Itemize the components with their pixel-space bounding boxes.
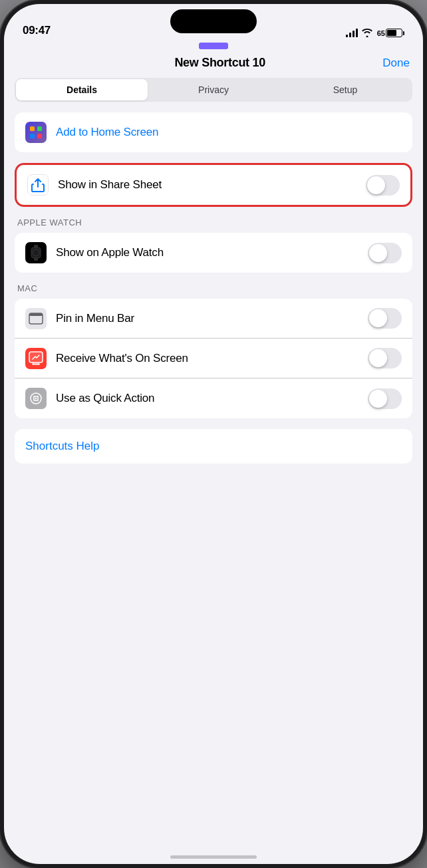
pin-menu-toggle[interactable] bbox=[368, 308, 402, 329]
page-title: New Shortcut 10 bbox=[174, 56, 265, 70]
add-home-section: Add to Home Screen bbox=[15, 112, 412, 152]
shortcuts-help-link[interactable]: Shortcuts Help bbox=[25, 440, 100, 452]
dynamic-island bbox=[170, 9, 257, 33]
share-sheet-row[interactable]: Show in Share Sheet bbox=[17, 165, 410, 205]
home-indicator bbox=[4, 841, 423, 864]
watch-icon bbox=[25, 242, 47, 263]
svg-rect-2 bbox=[30, 134, 35, 138]
receive-screen-label: Receive What's On Screen bbox=[56, 352, 368, 365]
done-button[interactable]: Done bbox=[382, 57, 410, 70]
share-icon bbox=[27, 174, 49, 196]
tab-setup[interactable]: Setup bbox=[279, 79, 411, 100]
apple-watch-section: Show on Apple Watch bbox=[15, 233, 412, 273]
signal-icon bbox=[346, 29, 358, 37]
home-bar bbox=[170, 855, 257, 859]
mac-section: Pin in Menu Bar bbox=[15, 299, 412, 418]
apple-watch-label: Show on Apple Watch bbox=[56, 246, 368, 259]
quick-action-row[interactable]: Use as Quick Action bbox=[15, 378, 412, 418]
battery-icon: 65 bbox=[376, 29, 404, 37]
wifi-icon bbox=[362, 29, 372, 37]
receive-screen-row[interactable]: Receive What's On Screen bbox=[15, 339, 412, 378]
mac-section-label: MAC bbox=[15, 283, 412, 293]
quick-action-label: Use as Quick Action bbox=[56, 392, 368, 405]
apple-watch-section-label: APPLE WATCH bbox=[15, 217, 412, 227]
shortcut-indicator bbox=[199, 43, 228, 49]
svg-rect-3 bbox=[37, 134, 42, 138]
nav-bar: New Shortcut 10 Done bbox=[4, 56, 423, 78]
share-sheet-section: Show in Share Sheet bbox=[15, 163, 412, 207]
svg-point-5 bbox=[33, 249, 39, 256]
pin-menu-label: Pin in Menu Bar bbox=[56, 312, 368, 325]
menubar-icon bbox=[25, 308, 47, 329]
share-sheet-toggle[interactable] bbox=[366, 175, 400, 196]
svg-rect-1 bbox=[37, 126, 42, 131]
receive-icon bbox=[25, 348, 47, 369]
add-home-label: Add to Home Screen bbox=[56, 126, 402, 139]
apple-watch-toggle[interactable] bbox=[368, 243, 402, 263]
tab-privacy[interactable]: Privacy bbox=[148, 79, 279, 100]
tab-details[interactable]: Details bbox=[16, 79, 148, 100]
status-icons: 65 bbox=[346, 29, 404, 37]
pin-menu-row[interactable]: Pin in Menu Bar bbox=[15, 299, 412, 339]
svg-rect-0 bbox=[30, 126, 35, 131]
screen: 09:47 65 bbox=[4, 4, 423, 864]
quick-action-toggle[interactable] bbox=[368, 388, 402, 409]
share-sheet-label: Show in Share Sheet bbox=[58, 178, 366, 192]
shortcuts-icon bbox=[25, 122, 47, 143]
phone-frame: 09:47 65 bbox=[0, 0, 427, 868]
receive-screen-toggle[interactable] bbox=[368, 348, 402, 368]
quickaction-icon bbox=[25, 388, 47, 409]
battery-percentage: 65 bbox=[377, 29, 385, 37]
help-section: Shortcuts Help bbox=[15, 429, 412, 464]
apple-watch-row[interactable]: Show on Apple Watch bbox=[15, 233, 412, 273]
svg-rect-6 bbox=[34, 245, 38, 248]
status-time: 09:47 bbox=[23, 24, 51, 37]
svg-rect-7 bbox=[34, 257, 38, 261]
content-area: Add to Home Screen Show in Share Sheet bbox=[4, 112, 423, 841]
svg-rect-9 bbox=[29, 313, 43, 316]
svg-rect-12 bbox=[32, 364, 40, 365]
add-home-row[interactable]: Add to Home Screen bbox=[15, 112, 412, 152]
tab-bar: Details Privacy Setup bbox=[15, 78, 412, 102]
